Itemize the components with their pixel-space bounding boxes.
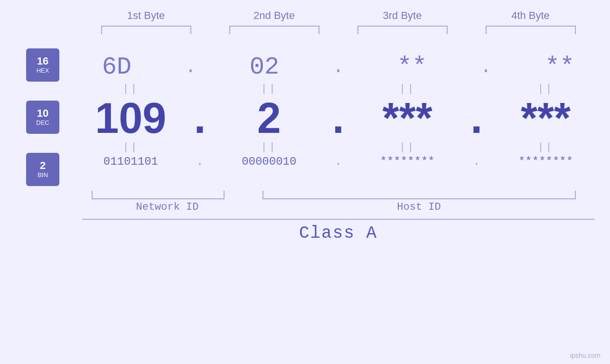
bin-byte4: ********: [498, 155, 593, 168]
col-header-3: 3rd Byte: [350, 9, 455, 22]
bracket-2: [229, 26, 319, 34]
badges-column: 16 HEX 10 DEC 2 BIN: [0, 48, 66, 186]
bracket-1: [101, 26, 191, 34]
eq3: ||: [360, 83, 455, 95]
dec-byte1: 109: [83, 97, 178, 140]
host-id-label: Host ID: [244, 201, 595, 213]
bin-byte3: ********: [360, 155, 455, 168]
bin-byte2: 00000010: [222, 155, 317, 168]
dec-byte3: ***: [360, 97, 455, 140]
watermark: ipshu.com: [570, 352, 601, 359]
network-id-label: Network ID: [82, 201, 244, 213]
badge-hex: 16 HEX: [26, 48, 59, 82]
hex-byte3: **: [397, 53, 427, 81]
eq1: ||: [83, 83, 178, 95]
data-grid: 6D . 02 . ** . ** || || || || 109: [66, 48, 610, 186]
equals-row-1: || || || ||: [66, 83, 610, 95]
eq6: ||: [222, 141, 317, 153]
hex-byte4: **: [545, 53, 574, 81]
column-headers: 1st Byte 2nd Byte 3rd Byte 4th Byte: [82, 9, 595, 22]
eq4: ||: [498, 83, 593, 95]
hex-sep3: .: [479, 56, 493, 78]
labels-row: Network ID Host ID: [82, 201, 595, 213]
hex-sep2: .: [331, 56, 345, 78]
dec-sep3: .: [469, 97, 484, 140]
bracket-3: [357, 26, 448, 34]
col-header-2: 2nd Byte: [222, 9, 327, 22]
bracket-4: [486, 26, 576, 34]
hex-sep1: .: [183, 56, 197, 78]
hex-row: 6D . 02 . ** . **: [66, 48, 610, 81]
badge-dec: 10 DEC: [26, 101, 59, 134]
hex-byte1: 6D: [102, 53, 131, 81]
eq2: ||: [222, 83, 317, 95]
bin-sep2: .: [331, 155, 345, 168]
class-line: [82, 219, 595, 220]
badge-bin: 2 BIN: [26, 153, 59, 186]
main-container: 1st Byte 2nd Byte 3rd Byte 4th Byte 16 H…: [0, 0, 610, 364]
content-area: 16 HEX 10 DEC 2 BIN 6D . 02 . ** . **: [0, 48, 610, 186]
eq8: ||: [498, 141, 593, 153]
bottom-bracket-network: [92, 191, 225, 199]
col-header-4: 4th Byte: [479, 9, 583, 22]
top-brackets: [82, 26, 595, 34]
bottom-brackets: [82, 191, 595, 199]
dec-byte2: 2: [222, 97, 317, 140]
bin-sep3: .: [469, 155, 484, 168]
bin-row: 01101101 . 00000010 . ******** . *******…: [66, 155, 610, 168]
eq5: ||: [83, 141, 178, 153]
dec-byte4: ***: [498, 97, 593, 140]
col-header-1: 1st Byte: [94, 9, 198, 22]
dec-sep2: .: [331, 97, 345, 140]
class-line-container: Class A: [82, 219, 595, 243]
bin-byte1: 01101101: [83, 155, 178, 168]
dec-sep1: .: [193, 97, 207, 140]
dec-row: 109 . 2 . *** . ***: [66, 97, 610, 140]
hex-byte2: 02: [250, 53, 279, 81]
equals-row-2: || || || ||: [66, 141, 610, 153]
class-label: Class A: [82, 224, 595, 243]
eq7: ||: [360, 141, 455, 153]
bin-sep1: .: [193, 155, 207, 168]
bottom-bracket-host: [263, 191, 576, 199]
